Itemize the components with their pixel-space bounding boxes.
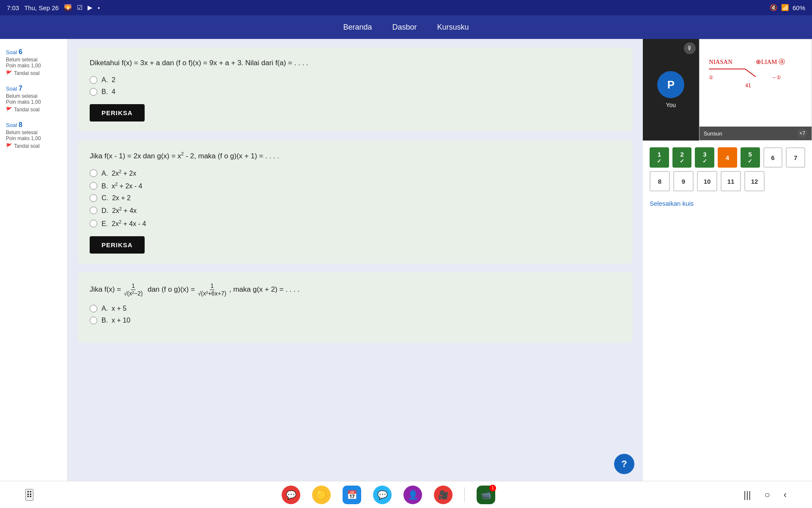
question-text-6: Diketahui f(x) = 3x + a dan (f o f)(x) =… [90,58,621,69]
checkbox-icon: ☑ [77,4,82,11]
flag-label-7: Tandai soal [14,107,40,113]
radio-7-c[interactable] [90,194,97,202]
wifi-icon: 📶 [781,4,789,11]
radio-6-b[interactable] [90,88,97,96]
dot-icon: • [98,4,100,11]
svg-text:NIASAN: NIASAN [709,58,732,65]
option-7-e[interactable]: E. 2x2 + 4x - 4 [90,219,621,228]
radio-7-d[interactable] [90,207,97,214]
radio-6-a[interactable] [90,76,97,84]
back-btn[interactable]: ‹ [784,489,787,500]
dock-camera-icon[interactable]: 🎥 [434,486,453,504]
soal-status-7: Belum selesai [6,93,61,99]
option-7-d[interactable]: D. 2x2 + 4x [90,206,621,215]
nav-bar: Beranda Dasbor Kursusku [0,15,812,39]
flag-icon-7: 🚩 [6,107,12,113]
question-card-6: Diketahui f(x) = 3x + a dan (f o f)(x) =… [78,47,633,132]
option-label-7-b: B. x2 + 2x - 4 [102,182,142,190]
option-label-8-a: A. x + 5 [102,305,126,312]
options-6: A. 2 B. 4 [90,76,621,96]
grid-cell-2[interactable]: 2 ✓ [672,147,692,168]
grid-cell-8[interactable]: 8 [650,171,670,191]
soal-status-6: Belum selesai [6,57,61,63]
radio-7-b[interactable] [90,182,97,190]
dock-meet-icon[interactable]: 📹 1 [477,486,495,504]
grid-cell-9[interactable]: 9 [673,171,694,191]
radio-8-a[interactable] [90,305,97,312]
question-grid-panel: 1 ✓ 2 ✓ 3 ✓ 4 5 ✓ 6 [643,141,812,481]
status-bar-right: 🔇 📶 60% [770,4,805,11]
option-7-a[interactable]: A. 2x2 + 2x [90,169,621,177]
flag-label-6: Tandai soal [14,70,40,76]
grid-cell-12[interactable]: 12 [744,171,765,191]
avatar-you: P [657,71,684,98]
flag-btn-7[interactable]: 🚩 Tandai soal [6,107,40,113]
participant-name-you: You [666,102,676,108]
sidebar-item-8[interactable]: Soal 8 Belum selesai Poin maks 1,00 🚩 Ta… [0,117,67,153]
dock-notes-icon[interactable]: 🟡 [312,486,331,504]
flag-btn-8[interactable]: 🚩 Tandai soal [6,143,40,149]
grid-cell-7[interactable]: 7 [786,147,805,168]
soal-label-8: Soal [6,122,17,128]
meet-notif-badge: 1 [489,485,496,491]
flag-btn-6[interactable]: 🚩 Tandai soal [6,70,40,76]
photo-icon: 🌄 [64,4,72,11]
grid-cell-5[interactable]: 5 ✓ [741,147,760,168]
app-drawer-btn[interactable]: ⠿ [25,489,33,501]
question-card-8: Jika f(x) = 1 √(x²−2) dan (f o g)(x) = 1… [78,272,633,343]
video-close-btn[interactable]: ✕ [796,43,808,55]
time: 7:03 [7,4,19,11]
nav-kursusku[interactable]: Kursusku [437,23,469,32]
mute-icon: 🔇 [770,4,778,11]
grid-cell-10[interactable]: 10 [697,171,717,191]
help-btn[interactable]: ? [614,454,634,474]
radio-7-a[interactable] [90,169,97,177]
dock-contacts-icon[interactable]: 👤 [403,486,422,504]
recents-btn[interactable]: ||| [743,489,751,500]
svg-line-3 [745,69,756,77]
grid-cell-3[interactable]: 3 ✓ [695,147,714,168]
nav-dasbor[interactable]: Dasbor [392,23,417,32]
sidebar-item-7[interactable]: Soal 7 Belum selesai Poin maks 1,00 🚩 Ta… [0,80,67,117]
option-8-a[interactable]: A. x + 5 [90,305,621,312]
home-btn[interactable]: ○ [764,489,770,500]
selesaikan-btn[interactable]: Selesaikan kuis [650,200,694,207]
radio-7-e[interactable] [90,220,97,227]
option-8-b[interactable]: B. x + 10 [90,317,621,324]
fraction-fx: 1 √(x²−2) [123,282,144,297]
sunsun-bar: Sunsun +7 [700,127,812,140]
sunsun-name: Sunsun [704,130,722,137]
periksa-btn-6[interactable]: PERIKSA [90,104,145,121]
grid-row-1: 1 ✓ 2 ✓ 3 ✓ 4 5 ✓ 6 [650,147,805,168]
mic-off-icon: 🎙 [684,42,696,54]
radio-8-b[interactable] [90,317,97,324]
option-7-c[interactable]: C. 2x + 2 [90,194,621,202]
right-panel: 🎙 P You NIASAN ⊕LIAM ⓐ ① →① [643,39,812,481]
option-6-b[interactable]: B. 4 [90,88,621,96]
question-card-7: Jika f(x - 1) = 2x dan g(x) = x2 - 2, ma… [78,140,633,264]
option-7-b[interactable]: B. x2 + 2x - 4 [90,182,621,190]
grid-cell-6[interactable]: 6 [763,147,783,168]
option-label-7-a: A. 2x2 + 2x [102,169,136,177]
dock-calendar-icon[interactable]: 📅 [343,486,361,504]
svg-text:41: 41 [745,83,751,88]
screen-content: NIASAN ⊕LIAM ⓐ ① →① 41 [700,39,812,140]
soal-number-8: 8 [19,121,22,128]
sidebar-item-6[interactable]: Soal 6 Belum selesai Poin maks 1,00 🚩 Ta… [0,44,67,80]
dock-message-icon[interactable]: 💬 [373,486,392,504]
svg-text:①: ① [709,75,713,80]
status-bar: 7:03 Thu, Sep 26 🌄 ☑ ▶ • 🔇 📶 60% [0,0,812,15]
nav-beranda[interactable]: Beranda [343,23,372,32]
grid-cell-1[interactable]: 1 ✓ [650,147,669,168]
dock-nav: ||| ○ ‹ [743,489,787,500]
dock-chat-icon[interactable]: 💬 [282,486,300,504]
youtube-icon: ▶ [88,4,93,11]
option-6-a[interactable]: A. 2 [90,76,621,84]
grid-cell-11[interactable]: 11 [721,171,741,191]
plus7-badge: +7 [797,128,807,138]
grid-cell-4[interactable]: 4 [718,147,737,168]
periksa-btn-7[interactable]: PERIKSA [90,236,145,254]
options-7: A. 2x2 + 2x B. x2 + 2x - 4 C. 2x + 2 D. … [90,169,621,228]
option-label-6-a: A. 2 [102,76,115,84]
question-text-8: Jika f(x) = 1 √(x²−2) dan (f o g)(x) = 1… [90,282,621,297]
